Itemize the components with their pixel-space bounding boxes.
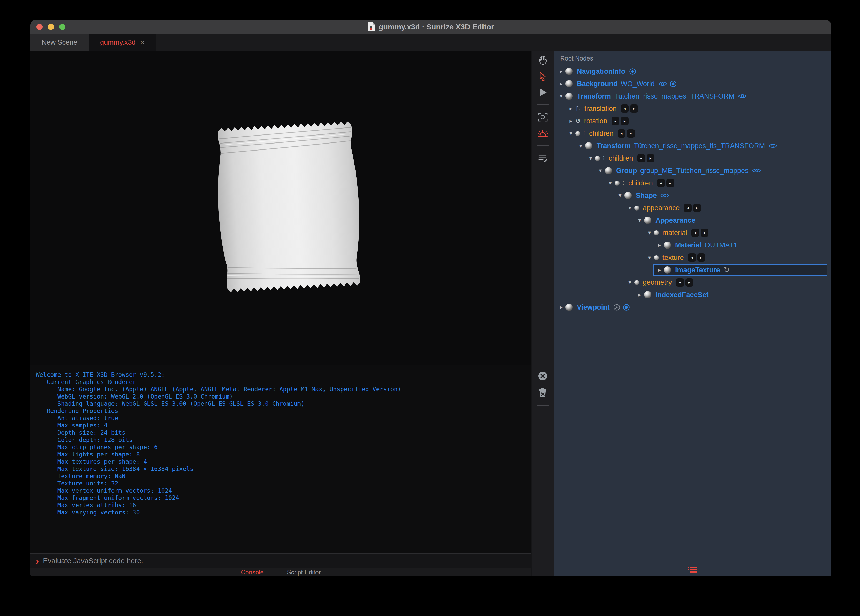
list-view-icon[interactable]	[687, 566, 697, 574]
outline-node-Viewpoint[interactable]: ▸Viewpoint	[554, 301, 831, 313]
outline-field-children[interactable]: ▾⋮children◂▸	[554, 152, 831, 165]
expander-arrow-icon[interactable]: ▸	[635, 291, 644, 298]
bound-indicator-icon[interactable]	[670, 80, 677, 87]
route-output-icon[interactable]: ▸	[621, 117, 629, 125]
expander-arrow-icon[interactable]: ▸	[557, 80, 565, 87]
route-output-icon[interactable]: ▸	[701, 229, 708, 237]
outline-field-translation[interactable]: ▸⚐translation◂▸	[554, 102, 831, 115]
tab-new-scene[interactable]: New Scene	[30, 35, 89, 51]
route-connectors: ◂▸	[621, 104, 638, 113]
outline-field-appearance[interactable]: ▾appearance◂▸	[554, 202, 831, 214]
node-type-label: Group	[616, 167, 637, 175]
visibility-eye-icon[interactable]	[661, 193, 669, 198]
route-input-icon[interactable]: ◂	[684, 204, 692, 212]
route-input-icon[interactable]: ◂	[637, 154, 645, 162]
route-output-icon[interactable]: ▸	[630, 104, 638, 113]
trash-icon[interactable]	[537, 387, 549, 399]
expander-arrow-icon[interactable]: ▸	[557, 68, 565, 75]
expander-arrow-icon[interactable]: ▸	[567, 118, 575, 124]
route-input-icon[interactable]: ◂	[621, 104, 629, 113]
console-line: Max vertex uniform vectors: 1024	[36, 487, 531, 494]
expander-arrow-icon[interactable]: ▸	[557, 304, 565, 311]
titlebar[interactable]: gummy.x3d · Sunrize X3D Editor	[30, 20, 831, 35]
minimize-window-button[interactable]	[48, 24, 54, 30]
node-sphere-icon	[644, 217, 651, 224]
expander-arrow-icon[interactable]: ▸	[567, 105, 575, 112]
node-def-name: group_ME_Tütchen_rissc_mappes	[640, 167, 749, 175]
outline-field-geometry[interactable]: ▾geometry◂▸	[554, 276, 831, 289]
bound-indicator-icon[interactable]	[623, 304, 630, 311]
expander-arrow-icon[interactable]: ▾	[586, 155, 595, 162]
route-output-icon[interactable]: ▸	[627, 129, 635, 138]
route-connectors: ◂▸	[676, 278, 693, 286]
route-input-icon[interactable]: ◂	[676, 278, 684, 286]
expander-arrow-icon[interactable]: ▾	[635, 217, 644, 224]
bound-indicator-icon[interactable]	[629, 68, 636, 75]
expander-arrow-icon[interactable]: ▾	[557, 93, 565, 99]
node-sphere-icon	[565, 303, 573, 311]
console-clear-icon[interactable]	[537, 370, 549, 382]
sunrise-icon[interactable]	[537, 127, 549, 139]
expander-arrow-icon[interactable]: ▾	[626, 204, 634, 211]
outline-node-Appearance[interactable]: ▾Appearance	[554, 214, 831, 226]
route-input-icon[interactable]: ◂	[618, 129, 626, 138]
outline-node-Transform[interactable]: ▾TransformTütchen_rissc_mappes_ifs_TRANS…	[554, 140, 831, 152]
route-output-icon[interactable]: ▸	[697, 253, 705, 262]
console-line: Max textures per shape: 4	[36, 458, 531, 465]
node-sphere-icon	[664, 242, 671, 249]
outline-node-Group[interactable]: ▾Groupgroup_ME_Tütchen_rissc_mappes	[554, 165, 831, 177]
tab-close-icon[interactable]: ×	[140, 39, 144, 47]
visibility-eye-icon[interactable]	[752, 168, 761, 173]
viewframe-camera-icon[interactable]	[537, 111, 549, 123]
outline-node-Material[interactable]: ▸MaterialOUTMAT1	[554, 239, 831, 251]
js-prompt[interactable]: › Evaluate JavaScript code here.	[30, 553, 531, 568]
visibility-eye-icon[interactable]	[658, 81, 667, 86]
outline-field-children[interactable]: ▾⋮children◂▸	[554, 127, 831, 140]
node-type-label: Transform	[596, 142, 631, 150]
viewport-3d[interactable]	[30, 51, 531, 365]
route-input-icon[interactable]: ◂	[688, 253, 696, 262]
node-type-label: NavigationInfo	[577, 68, 626, 75]
console-output[interactable]: Welcome to X_ITE X3D Browser v9.5.2: Cur…	[30, 365, 531, 553]
select-arrow-icon[interactable]	[537, 70, 549, 82]
edit-tool-wrench-icon[interactable]	[613, 304, 620, 311]
expander-arrow-icon[interactable]: ▾	[606, 180, 615, 187]
route-input-icon[interactable]: ◂	[612, 117, 619, 125]
route-input-icon[interactable]: ◂	[691, 229, 699, 237]
outline-field-children[interactable]: ▾⋮children◂▸	[554, 177, 831, 189]
play-icon[interactable]	[537, 86, 549, 98]
route-output-icon[interactable]: ▸	[693, 204, 701, 212]
texture-reload-icon[interactable]: ↻	[724, 266, 730, 273]
expander-arrow-icon[interactable]: ▾	[576, 143, 585, 149]
expander-arrow-icon[interactable]: ▸	[655, 267, 664, 273]
route-input-icon[interactable]: ◂	[657, 179, 665, 187]
tab-console[interactable]: Console	[241, 569, 264, 576]
expander-arrow-icon[interactable]: ▾	[616, 192, 625, 199]
expander-arrow-icon[interactable]: ▸	[655, 242, 664, 248]
pan-hand-icon[interactable]	[537, 54, 549, 66]
script-edit-icon[interactable]	[537, 152, 549, 164]
outline-node-ImageTexture[interactable]: ▸ImageTexture↻	[653, 264, 827, 276]
expander-arrow-icon[interactable]: ▾	[596, 167, 605, 174]
route-output-icon[interactable]: ▸	[647, 154, 654, 162]
expander-arrow-icon[interactable]: ▾	[567, 130, 575, 137]
expander-arrow-icon[interactable]: ▾	[626, 279, 634, 286]
outline-field-material[interactable]: ▾material◂▸	[554, 226, 831, 239]
expander-arrow-icon[interactable]: ▾	[645, 229, 654, 236]
expander-arrow-icon[interactable]: ▾	[645, 254, 654, 261]
outline-node-IndexedFaceSet[interactable]: ▸IndexedFaceSet	[554, 289, 831, 301]
outline-node-Transform[interactable]: ▾TransformTütchen_rissc_mappes_TRANSFORM	[554, 90, 831, 102]
outline-field-rotation[interactable]: ▸↺rotation◂▸	[554, 115, 831, 127]
outline-node-NavigationInfo[interactable]: ▸NavigationInfo	[554, 65, 831, 78]
visibility-eye-icon[interactable]	[769, 143, 777, 149]
zoom-window-button[interactable]	[59, 24, 66, 30]
route-output-icon[interactable]: ▸	[686, 278, 693, 286]
outline-node-Shape[interactable]: ▾Shape	[554, 189, 831, 202]
tab-gummy-x3d[interactable]: gummy.x3d ×	[89, 35, 156, 51]
tab-script-editor[interactable]: Script Editor	[287, 569, 321, 576]
close-window-button[interactable]	[36, 24, 43, 30]
outline-field-texture[interactable]: ▾texture◂▸	[554, 251, 831, 264]
outline-node-Background[interactable]: ▸BackgroundWO_World	[554, 78, 831, 90]
visibility-eye-icon[interactable]	[738, 93, 747, 99]
route-output-icon[interactable]: ▸	[666, 179, 674, 187]
